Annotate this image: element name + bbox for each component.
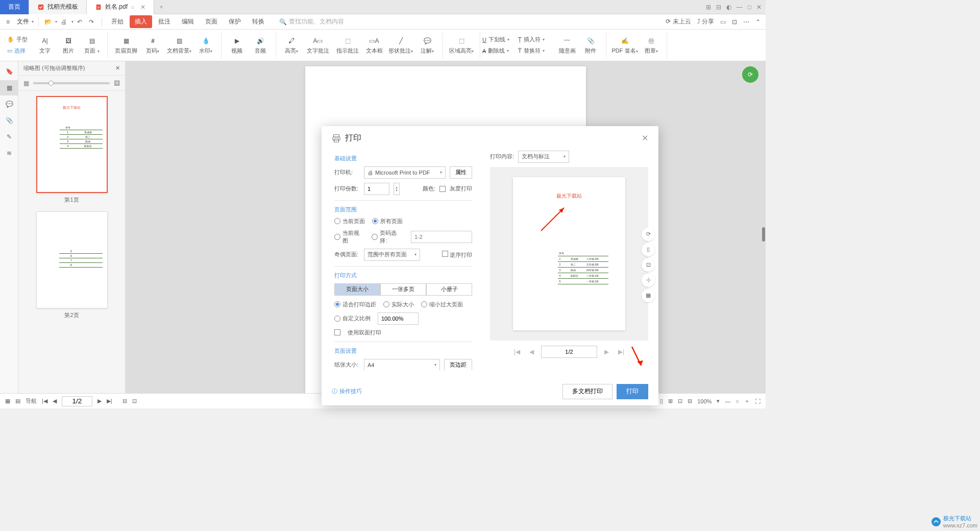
- close-window-button[interactable]: ✕: [756, 4, 762, 11]
- print-button[interactable]: 打印: [617, 384, 648, 399]
- thumbnail-zoom-slider[interactable]: [33, 82, 110, 84]
- grid-icon[interactable]: ⊟: [716, 4, 721, 11]
- strikethrough-button[interactable]: A删除线▾: [482, 45, 509, 57]
- preview-page-input[interactable]: [541, 346, 597, 358]
- open-icon[interactable]: 📂: [43, 17, 53, 27]
- copies-stepper[interactable]: ▲▼: [394, 183, 400, 195]
- last-page-icon[interactable]: ▶|: [107, 398, 112, 404]
- menu-页面[interactable]: 页面: [200, 15, 223, 28]
- replace-mark-button[interactable]: T̂替换符▾: [518, 45, 545, 57]
- all-pages-radio[interactable]: 所有页面: [372, 218, 403, 225]
- thumbnail-icon[interactable]: ▦: [0, 80, 18, 95]
- menu-插入[interactable]: 插入: [130, 15, 152, 28]
- current-page-radio[interactable]: 当前页面: [334, 218, 365, 225]
- thumbnail-page-1[interactable]: 极光下载站 序号1李成龙2张三3陈成4欧阳名 第1页: [23, 96, 120, 204]
- prev-page-icon[interactable]: ◀: [53, 398, 57, 404]
- highlight-button[interactable]: 🖍高亮▾: [280, 33, 303, 58]
- pdf-sign-button[interactable]: ✍PDF 签名▾: [610, 33, 639, 58]
- preview-first-icon[interactable]: |◀: [512, 346, 522, 357]
- print-icon[interactable]: 🖨: [60, 17, 69, 27]
- shape-annotate-button[interactable]: ╱形状批注▾: [386, 33, 415, 58]
- tab-page-size[interactable]: 页面大小: [334, 283, 380, 296]
- dialog-close-button[interactable]: ✕: [642, 133, 648, 143]
- nav-label[interactable]: 导航: [26, 397, 37, 405]
- tab-file[interactable]: P 姓名.pdf ○ ✕: [87, 0, 154, 14]
- panel-close-icon[interactable]: ✕: [115, 65, 120, 71]
- margins-button[interactable]: 页边距: [444, 359, 472, 370]
- preview-rotate-icon[interactable]: ⟳: [642, 228, 655, 241]
- copies-input[interactable]: [364, 183, 389, 195]
- tab-close-icon[interactable]: ✕: [140, 4, 145, 11]
- zoom-value[interactable]: 100%: [697, 398, 712, 404]
- fit-page-icon[interactable]: ⊡: [132, 398, 137, 404]
- audio-button[interactable]: 🔊音频: [249, 33, 272, 58]
- preview-last-icon[interactable]: ▶|: [616, 346, 626, 357]
- duplex-checkbox[interactable]: [334, 329, 340, 335]
- freehand-button[interactable]: 〰随意画: [556, 33, 578, 58]
- page-select-input[interactable]: [411, 231, 472, 243]
- preview-crop-icon[interactable]: ⊹: [642, 274, 655, 287]
- print-content-select[interactable]: 文档与标注▾: [518, 151, 569, 163]
- tab-template[interactable]: 找稻壳模板: [29, 0, 87, 14]
- preview-scan-icon[interactable]: ▦: [642, 289, 655, 302]
- tab-booklet[interactable]: 小册子: [426, 283, 472, 296]
- attachment-button[interactable]: 📎附件: [579, 33, 602, 58]
- watermark-button[interactable]: 💧水印▾: [194, 33, 217, 58]
- view4-icon[interactable]: ⊡: [678, 398, 682, 404]
- menu-批注[interactable]: 批注: [153, 15, 176, 28]
- layout-icon[interactable]: ⊞: [706, 4, 711, 11]
- page-button[interactable]: ▤页面 ▾: [81, 33, 103, 58]
- attachment-sidebar-icon[interactable]: 📎: [0, 113, 18, 128]
- underline-button[interactable]: U下划线▾: [482, 34, 509, 45]
- undo-icon[interactable]: ↶: [76, 17, 85, 27]
- minimize-button[interactable]: —: [737, 4, 743, 11]
- bookmark-icon[interactable]: 🔖: [0, 64, 18, 79]
- edit-sidebar-icon[interactable]: ✎: [0, 129, 18, 144]
- pointer-annotate-button[interactable]: ⬚指示批注: [333, 33, 362, 58]
- view2-icon[interactable]: ▯: [660, 398, 663, 404]
- annotation-button[interactable]: 💬注解▾: [416, 33, 438, 58]
- maximize-button[interactable]: □: [748, 4, 751, 11]
- scrollbar-thumb[interactable]: [762, 227, 765, 242]
- actual-size-radio[interactable]: 实际大小: [383, 301, 414, 308]
- layers-icon[interactable]: ≋: [0, 146, 18, 161]
- zoom-out-icon[interactable]: ⊟: [688, 398, 692, 404]
- next-page-icon[interactable]: ▶: [97, 398, 102, 404]
- thumbnail-page-2[interactable]: 5678 第2页: [23, 211, 120, 319]
- file-menu[interactable]: 文件: [17, 17, 29, 26]
- area-highlight-button[interactable]: ⬚区域高亮▾: [447, 33, 476, 58]
- select-tool[interactable]: ▭选择: [7, 45, 26, 57]
- fit-width-icon[interactable]: ⊟: [122, 398, 127, 404]
- chevron-icon[interactable]: ⌃: [755, 18, 761, 26]
- preview-prev-icon[interactable]: ◀: [527, 346, 536, 357]
- preview-next-icon[interactable]: ▶: [602, 346, 611, 357]
- share-button[interactable]: ⤴ 分享: [697, 17, 714, 26]
- first-page-icon[interactable]: |◀: [42, 398, 47, 404]
- custom-ratio-radio[interactable]: 自定义比例: [334, 315, 371, 322]
- view3-icon[interactable]: ⊞: [668, 398, 673, 404]
- tab-home[interactable]: 首页: [0, 0, 29, 14]
- tips-link[interactable]: ⓘ 操作技巧: [332, 388, 362, 395]
- hand-tool[interactable]: ✋手型: [7, 34, 28, 45]
- preview-page-icon[interactable]: ▯: [642, 243, 655, 256]
- tab-add-button[interactable]: ＋: [154, 3, 168, 11]
- header-footer-button[interactable]: ▦页眉页脚: [112, 33, 140, 58]
- menu-开始[interactable]: 开始: [106, 15, 129, 28]
- paper-size-select[interactable]: A4▾: [364, 359, 440, 370]
- reverse-checkbox[interactable]: [442, 251, 448, 257]
- preview-fit-icon[interactable]: ⊡: [642, 258, 655, 272]
- insert-mark-button[interactable]: T͎插入符▾: [518, 34, 545, 45]
- grid-view-icon[interactable]: ▦: [5, 398, 10, 404]
- thumb-expand-icon[interactable]: 🖼: [114, 80, 120, 87]
- convert-fab[interactable]: ⟳: [742, 66, 758, 83]
- video-button[interactable]: ▶视频: [226, 33, 248, 58]
- shrink-radio[interactable]: 缩小过大页面: [421, 301, 463, 308]
- zoom-in-icon[interactable]: —: [725, 398, 730, 404]
- zoom-dropdown-icon[interactable]: ▾: [717, 398, 720, 404]
- chat-icon[interactable]: ⊡: [732, 18, 737, 26]
- fit-margins-radio[interactable]: 适合打印边距: [334, 301, 376, 308]
- settings-icon[interactable]: ▭: [720, 18, 726, 26]
- page-select-radio[interactable]: 页码选择:: [372, 229, 404, 245]
- text-box-button[interactable]: ▭A文本框: [363, 33, 385, 58]
- odd-even-select[interactable]: 范围中所有页面▾: [364, 249, 420, 261]
